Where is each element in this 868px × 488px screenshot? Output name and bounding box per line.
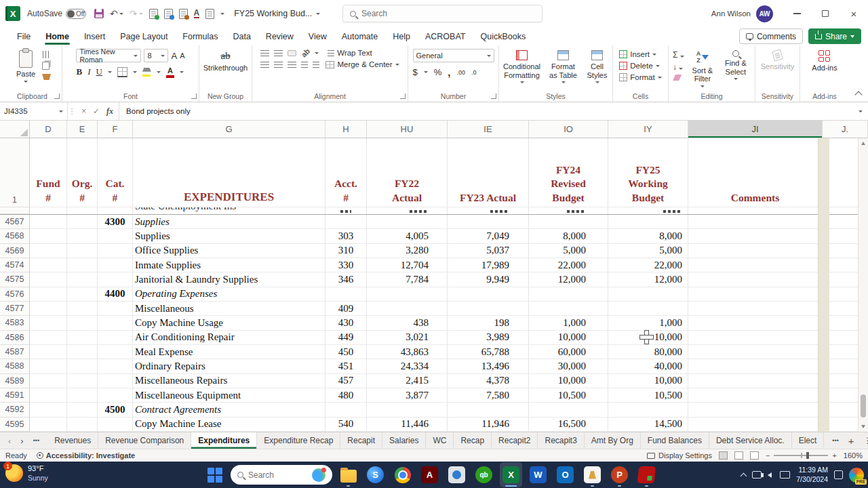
align-bottom-icon[interactable] [288,50,296,56]
org-cell[interactable] [67,359,98,373]
acct-cell[interactable]: 409 [326,302,367,316]
name-cell[interactable]: Janitorial & Laundry Supplies [133,272,326,287]
fy22-cell[interactable]: 24,334 [367,359,448,373]
cut-icon[interactable] [43,51,49,58]
clear-icon[interactable] [673,75,682,81]
scroll-down-icon[interactable] [861,425,865,428]
row-number[interactable]: 4595 [0,418,30,432]
clock[interactable]: 11:39 AM 7/30/2024 [796,466,828,484]
fy22-cell[interactable]: 4,005 [367,229,448,243]
name-cell[interactable]: Contract Agreements [133,403,326,417]
acct-cell[interactable]: 430 [326,316,367,330]
fy24-cell[interactable]: 30,000 [529,359,608,373]
ribbon-tab[interactable]: Help [385,28,418,45]
fy23-cell[interactable]: 198 [448,316,529,330]
cat-cell[interactable] [98,331,133,345]
fy24-cell[interactable] [529,215,608,229]
redo-icon[interactable]: ↷ [130,9,143,18]
excel-taskbar-button[interactable]: X [500,462,522,487]
column-header[interactable]: H [326,121,367,138]
fy25-cell[interactable]: 5,000 [608,244,688,258]
org-cell[interactable] [67,403,98,417]
column-header[interactable]: J. [823,121,868,138]
print-icon[interactable] [149,9,158,19]
cat-cell[interactable] [98,388,133,403]
comments-button[interactable]: Comments [739,28,803,44]
header-fy23[interactable]: FY23 Actual [448,138,529,207]
fy25-cell[interactable]: 14,500 [608,418,688,432]
shrink-font-icon[interactable]: A [180,52,184,60]
sheet-tab[interactable]: Recapit3 [538,432,584,449]
zoom-level[interactable]: 160% [844,451,863,460]
increase-indent-icon[interactable] [313,62,319,68]
sheet-nav-right-icon[interactable]: › [20,436,23,446]
acct-cell[interactable]: 303 [326,229,367,243]
acct-cell[interactable]: 540 [326,418,367,432]
scroll-up-icon[interactable] [861,142,865,145]
column-header[interactable]: HU [367,121,448,138]
acct-cell[interactable]: 480 [326,388,367,403]
acct-cell[interactable]: 451 [326,359,367,373]
comments-cell[interactable] [688,331,823,345]
sheet-more-right-icon[interactable]: ••• [832,437,838,444]
sheet-tab[interactable]: Recapit [340,432,382,449]
sheet-tab[interactable]: Amt By Org [585,432,641,449]
sheet-tab[interactable]: Recapit2 [492,432,538,449]
comments-cell[interactable] [688,258,823,272]
qat-more-chevron-icon[interactable] [220,13,224,15]
row-number[interactable]: 4567 [0,215,30,229]
cat-cell[interactable]: 4300 [98,215,133,229]
column-header[interactable]: E [67,121,98,138]
cell-styles-button[interactable]: Cell Styles [583,49,612,91]
copilot-icon[interactable]: PRE [849,468,864,483]
formula-content[interactable]: Bond projects only [119,102,853,120]
sheet-tab[interactable]: Debt Service Alloc. [709,432,792,449]
document-title[interactable]: FY25 Working Bud... [234,9,320,18]
quickbooks-button[interactable]: qb [473,462,495,487]
wrap-text-button[interactable]: Wrap Text [328,49,372,57]
org-cell[interactable] [67,331,98,345]
fy24-cell[interactable]: 10,500 [529,388,608,403]
ribbon-tab[interactable]: Page Layout [113,28,175,45]
minimize-button[interactable] [783,0,811,27]
org-cell[interactable] [67,244,98,258]
currency-icon[interactable]: $ [413,67,418,77]
name-cell[interactable]: Miscellaneous Repairs [133,374,326,388]
fy22-cell[interactable]: 11,446 [367,418,448,432]
fund-cell[interactable] [30,316,67,330]
acct-cell[interactable] [326,403,367,417]
header-acct[interactable]: Acct. # [326,138,367,207]
fy24-cell[interactable]: 8,000 [529,229,608,243]
name-cell[interactable]: Operating Expenses [133,287,326,302]
header-fy22[interactable]: FY22 Actual [367,138,448,207]
align-top-icon[interactable] [260,50,269,56]
strikethrough-button[interactable]: ab Strikethrough [201,49,250,91]
fy22-cell[interactable]: 7,784 [367,272,448,287]
org-cell[interactable] [67,418,98,432]
decrease-decimal-icon[interactable]: .0 [471,69,477,76]
org-cell[interactable] [67,215,98,229]
borders-icon[interactable] [117,67,127,77]
org-cell[interactable] [67,374,98,388]
fund-cell[interactable] [30,215,67,229]
ribbon-tab[interactable]: Data [225,28,258,45]
close-button[interactable]: × [840,0,868,27]
cat-cell[interactable] [98,418,133,432]
edit-page-icon[interactable] [164,9,173,19]
zoom-slider[interactable]: − + [766,451,837,460]
fy25-cell[interactable] [608,403,688,417]
org-cell[interactable] [67,388,98,403]
accessibility-status[interactable]: Accessibility: Investigate [46,451,135,460]
fy22-cell[interactable] [367,287,448,302]
name-cell[interactable]: Supplies [133,215,326,229]
header-fy25[interactable]: FY25 Working Budget [608,138,688,207]
cat-cell[interactable]: 4400 [98,287,133,302]
name-cell[interactable]: Office Supplies [133,244,326,258]
acct-cell[interactable]: 449 [326,331,367,345]
format-as-table-button[interactable]: Format as Table [546,49,581,91]
number-dialog-launcher-icon[interactable] [491,94,496,99]
align-right-icon[interactable] [288,62,296,68]
cat-cell[interactable] [98,244,133,258]
comments-cell[interactable] [688,374,823,388]
align-middle-icon[interactable] [274,50,283,56]
